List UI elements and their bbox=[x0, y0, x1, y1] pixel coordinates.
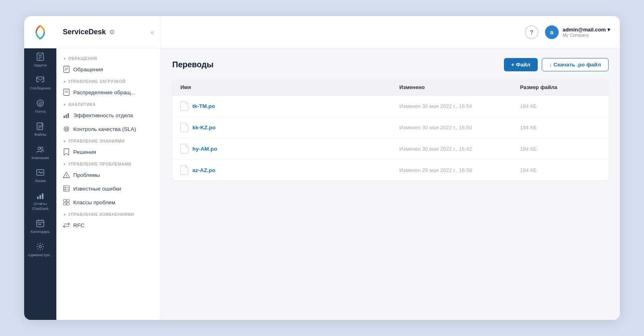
content-actions: + Файл ↓ Скачать .po файл bbox=[504, 58, 609, 71]
col-name: Имя bbox=[180, 84, 399, 90]
distribution-icon bbox=[63, 89, 70, 96]
svg-rect-24 bbox=[40, 224, 41, 225]
table-row[interactable]: az-AZ.po Изменен 26 мая 2022 г., 16:58 1… bbox=[172, 160, 609, 180]
section-arrow: ▼ bbox=[63, 57, 67, 61]
col-modified: Изменено bbox=[399, 84, 520, 90]
file-size: 184 КБ bbox=[520, 167, 601, 173]
bookmark-icon bbox=[63, 148, 70, 156]
svg-rect-46 bbox=[67, 199, 69, 202]
svg-rect-6 bbox=[39, 81, 41, 83]
table-row[interactable]: hy-AM.po Изменен 30 мая 2022 г., 16:42 1… bbox=[172, 138, 609, 160]
file-size: 184 КБ bbox=[520, 146, 601, 152]
nav-link-problem-classes[interactable]: Классы проблем bbox=[56, 195, 161, 209]
add-file-button[interactable]: + Файл bbox=[504, 58, 538, 71]
file-modified: Изменен 30 мая 2022 г., 16:42 bbox=[399, 146, 520, 152]
sidebar-item-mail[interactable]: @ Почта bbox=[24, 95, 56, 118]
sidebar-item-admin[interactable]: Администри... bbox=[24, 238, 56, 261]
collapse-button[interactable]: « bbox=[151, 29, 154, 36]
sidebar-label-reports: Отчёты ChatDesk bbox=[26, 201, 55, 211]
svg-rect-35 bbox=[68, 113, 69, 118]
sidebar-label-messages: Сообщения bbox=[30, 86, 51, 90]
file-modified: Изменен 30 мая 2022 г., 16:50 bbox=[399, 124, 520, 131]
nav-section-load: ▼ УПРАВЛЕНИЕ ЗАГРУЗКОЙ bbox=[56, 76, 161, 85]
top-bar: ? a admin@mail.com ▾ My Company bbox=[161, 16, 620, 48]
nav-panel-header: ServiceDesk ⚙ « bbox=[56, 16, 161, 48]
table-icon bbox=[63, 185, 70, 192]
table-row[interactable]: tk-TM.po Изменен 30 мая 2022 г., 16:54 1… bbox=[172, 95, 609, 117]
nav-panel-title: ServiceDesk bbox=[63, 28, 106, 36]
sidebar-label-admin: Администри... bbox=[28, 253, 53, 257]
warning-icon bbox=[63, 171, 70, 178]
svg-point-14 bbox=[41, 147, 43, 149]
sidebar-item-company[interactable]: Компания bbox=[24, 141, 56, 164]
sidebar-item-files[interactable]: Файлы bbox=[24, 118, 56, 141]
svg-text:@: @ bbox=[38, 101, 42, 106]
file-size: 184 КБ bbox=[520, 103, 601, 109]
sidebar-item-calendar[interactable]: Календарь bbox=[24, 215, 56, 238]
file-icon bbox=[180, 122, 188, 132]
lines-icon bbox=[36, 168, 45, 177]
nav-section-requests: ▼ ОБРАЩЕНИЯ bbox=[56, 53, 161, 62]
svg-rect-23 bbox=[38, 224, 39, 225]
svg-rect-47 bbox=[64, 203, 66, 205]
svg-point-38 bbox=[66, 129, 67, 129]
nav-link-problems[interactable]: Проблемы bbox=[56, 168, 161, 182]
nav-link-known-errors[interactable]: Известные ошибки bbox=[56, 182, 161, 195]
admin-icon bbox=[36, 242, 45, 251]
chevron-down-icon: ▾ bbox=[607, 27, 610, 33]
file-name-cell: tk-TM.po bbox=[180, 101, 399, 111]
help-button[interactable]: ? bbox=[525, 25, 539, 39]
nav-section-problems: ▼ УПРАВЛЕНИЕ ПРОБЛЕМАМИ bbox=[56, 159, 161, 168]
mail-icon: @ bbox=[36, 99, 45, 108]
nav-link-efficiency[interactable]: Эффективность отдела bbox=[56, 108, 161, 122]
svg-rect-41 bbox=[64, 186, 69, 191]
file-icon bbox=[180, 165, 188, 175]
svg-rect-33 bbox=[64, 116, 65, 118]
file-modified: Изменен 30 мая 2022 г., 16:54 bbox=[399, 103, 520, 109]
sidebar-item-tasks[interactable]: Задачи bbox=[24, 48, 56, 71]
sidebar-item-lines[interactable]: Линии bbox=[24, 164, 56, 187]
nav-panel: ServiceDesk ⚙ « ▼ ОБРАЩЕНИЯ Обраще bbox=[56, 16, 161, 320]
sidebar-label-files: Файлы bbox=[34, 132, 46, 137]
nav-link-quality[interactable]: Контроль качества (SLA) bbox=[56, 122, 161, 136]
nav-link-rfc[interactable]: RFC bbox=[56, 218, 161, 232]
main-area: ? a admin@mail.com ▾ My Company Переводы… bbox=[161, 16, 620, 320]
user-avatar: a bbox=[545, 25, 559, 39]
user-area[interactable]: a admin@mail.com ▾ My Company bbox=[545, 25, 610, 39]
svg-rect-17 bbox=[39, 195, 41, 199]
doc-icon bbox=[63, 66, 70, 73]
chart-icon bbox=[63, 112, 70, 119]
nav-link-requests[interactable]: Обращения bbox=[56, 62, 161, 76]
settings-icon[interactable]: ⚙ bbox=[109, 28, 115, 36]
content-area: Переводы + Файл ↓ Скачать .po файл Имя И… bbox=[161, 48, 620, 320]
file-size: 184 КБ bbox=[520, 124, 601, 131]
content-header: Переводы + Файл ↓ Скачать .po файл bbox=[172, 58, 609, 71]
app-shell: Задачи Сообщения @ Почта bbox=[24, 16, 620, 320]
download-po-button[interactable]: ↓ Скачать .po файл bbox=[542, 58, 609, 71]
svg-point-40 bbox=[66, 176, 67, 177]
nav-link-solutions[interactable]: Решения bbox=[56, 145, 161, 159]
svg-rect-0 bbox=[37, 53, 43, 60]
file-modified: Изменен 26 мая 2022 г., 16:58 bbox=[399, 167, 520, 173]
svg-rect-48 bbox=[67, 203, 69, 205]
user-info: admin@mail.com ▾ My Company bbox=[563, 27, 610, 37]
table-header: Имя Изменено Размер файла bbox=[172, 79, 609, 95]
sidebar-item-reports[interactable]: Отчёты ChatDesk bbox=[24, 187, 56, 215]
page-title: Переводы bbox=[172, 60, 214, 69]
svg-rect-45 bbox=[64, 199, 66, 202]
sidebar-label-lines: Линии bbox=[35, 178, 45, 183]
sidebar-label-mail: Почта bbox=[35, 109, 45, 114]
user-company: My Company bbox=[563, 33, 610, 37]
svg-rect-18 bbox=[42, 193, 43, 199]
sidebar-item-messages[interactable]: Сообщения bbox=[24, 71, 56, 94]
reports-icon bbox=[36, 191, 45, 200]
nav-section-analytics: ▼ АНАЛИТИКА bbox=[56, 99, 161, 108]
svg-point-25 bbox=[39, 245, 41, 248]
messages-icon bbox=[36, 75, 45, 84]
table-row[interactable]: kk-KZ.po Изменен 30 мая 2022 г., 16:50 1… bbox=[172, 117, 609, 138]
nav-section-knowledge: ▼ УПРАВЛЕНИЕ ЗНАНИЯМИ bbox=[56, 136, 161, 145]
company-icon bbox=[36, 145, 45, 154]
nav-link-distribution[interactable]: Распределение обращ... bbox=[56, 85, 161, 99]
svg-point-13 bbox=[38, 147, 40, 149]
file-icon bbox=[180, 101, 188, 111]
